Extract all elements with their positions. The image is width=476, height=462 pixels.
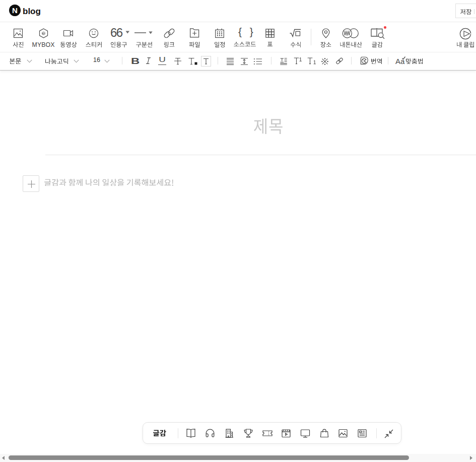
- svg-text:Aa: Aa: [395, 57, 405, 65]
- svg-text:66: 66: [110, 28, 123, 38]
